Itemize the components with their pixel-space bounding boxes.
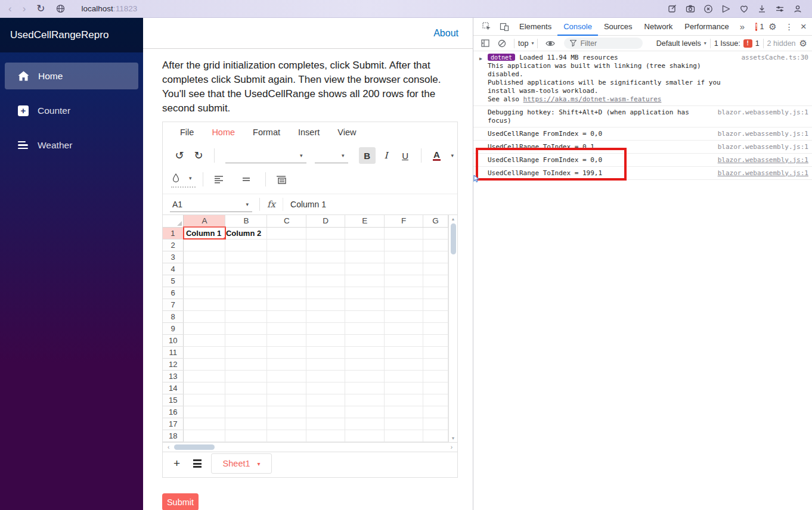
cell-F4[interactable]	[385, 263, 423, 275]
cell-G11[interactable]	[423, 346, 448, 358]
cell-D6[interactable]	[306, 287, 345, 298]
cell-E14[interactable]	[345, 382, 385, 394]
cell-A2[interactable]	[184, 239, 225, 251]
cell-A7[interactable]	[184, 298, 225, 310]
cell-G2[interactable]	[423, 239, 448, 251]
sheet-tab[interactable]: Sheet1 ▾	[211, 453, 272, 474]
console-source-link[interactable]: blazor.webassembly.js:1	[718, 156, 808, 164]
italic-button[interactable]: I	[378, 147, 395, 164]
cell-D8[interactable]	[306, 310, 345, 322]
cell-B10[interactable]	[225, 334, 267, 346]
underline-button[interactable]: U	[397, 147, 414, 164]
cell-B5[interactable]	[225, 275, 267, 287]
console-source-link[interactable]: blazor.webassembly.js:1	[718, 143, 808, 151]
eye-icon[interactable]	[541, 40, 559, 47]
row-header-7[interactable]: 7	[163, 298, 184, 310]
cell-G17[interactable]	[423, 418, 448, 430]
hidden-messages-label[interactable]: 2 hidden	[767, 39, 796, 48]
cell-B11[interactable]	[225, 346, 267, 358]
cell-A11[interactable]	[184, 346, 225, 358]
cell-B9[interactable]	[225, 322, 267, 334]
cell-F11[interactable]	[385, 346, 423, 358]
row-header-12[interactable]: 12	[163, 358, 184, 370]
issues-counter[interactable]: 1 Issue: ! 1	[714, 39, 760, 48]
cell-E18[interactable]	[345, 430, 385, 441]
column-header-E[interactable]: E	[345, 215, 385, 227]
sidebar-item-home[interactable]: Home	[5, 63, 138, 89]
undo-icon[interactable]: ↺	[171, 147, 188, 164]
cell-A4[interactable]	[184, 263, 225, 275]
address-bar[interactable]: localhost:11823	[82, 4, 138, 13]
cell-F3[interactable]	[385, 251, 423, 263]
fill-color-button[interactable]: ▾	[171, 171, 196, 188]
vertical-scrollbar[interactable]: ▲ ▼	[448, 215, 457, 442]
cell-F2[interactable]	[385, 239, 423, 251]
row-header-5[interactable]: 5	[163, 275, 184, 287]
edit-icon[interactable]	[668, 4, 677, 14]
sheet-list-icon[interactable]	[193, 459, 202, 468]
levels-selector[interactable]: Default levels ▾	[656, 39, 706, 48]
cell-A5[interactable]	[184, 275, 225, 287]
cell-E11[interactable]	[345, 346, 385, 358]
cell-E10[interactable]	[345, 334, 385, 346]
chevron-down-icon[interactable]: ▾	[447, 153, 457, 158]
cell-E6[interactable]	[345, 287, 385, 298]
kebab-menu-icon[interactable]: ⋮	[782, 22, 797, 32]
cell-C12[interactable]	[267, 358, 306, 370]
cell-A14[interactable]	[184, 382, 225, 394]
cell-B17[interactable]	[225, 418, 267, 430]
cell-G15[interactable]	[423, 394, 448, 406]
cell-A10[interactable]	[184, 334, 225, 346]
row-header-10[interactable]: 10	[163, 334, 184, 346]
cell-B12[interactable]	[225, 358, 267, 370]
row-header-6[interactable]: 6	[163, 287, 184, 298]
scroll-left-icon[interactable]: ‹	[165, 444, 172, 450]
cell-C10[interactable]	[267, 334, 306, 346]
sidebar-item-weather[interactable]: Weather	[5, 132, 138, 158]
cell-D18[interactable]	[306, 430, 345, 441]
cell-G1[interactable]	[423, 227, 448, 239]
cell-A16[interactable]	[184, 406, 225, 418]
cell-E17[interactable]	[345, 418, 385, 430]
gear-icon[interactable]: ⚙	[764, 21, 781, 32]
fill-handle[interactable]	[223, 237, 225, 239]
tab-elements[interactable]: Elements	[513, 18, 557, 36]
cell-F6[interactable]	[385, 287, 423, 298]
about-link[interactable]: About	[433, 28, 458, 39]
cell-G12[interactable]	[423, 358, 448, 370]
cell-A15[interactable]	[184, 394, 225, 406]
cell-A3[interactable]	[184, 251, 225, 263]
row-header-3[interactable]: 3	[163, 251, 184, 263]
row-header-17[interactable]: 17	[163, 418, 184, 430]
cell-D7[interactable]	[306, 298, 345, 310]
cell-F14[interactable]	[385, 382, 423, 394]
console-source-link[interactable]: blazor.webassembly.js:1	[718, 169, 808, 178]
cell-B16[interactable]	[225, 406, 267, 418]
vertical-align-button[interactable]	[238, 171, 255, 188]
cell-D5[interactable]	[306, 275, 345, 287]
cell-B4[interactable]	[225, 263, 267, 275]
scroll-up-icon[interactable]: ▲	[451, 215, 455, 223]
cell-C9[interactable]	[267, 322, 306, 334]
cell-E4[interactable]	[345, 263, 385, 275]
cell-B18[interactable]	[225, 430, 267, 441]
cell-B14[interactable]	[225, 382, 267, 394]
wrap-text-button[interactable]	[273, 171, 290, 188]
cell-C14[interactable]	[267, 382, 306, 394]
cell-D12[interactable]	[306, 358, 345, 370]
cell-E13[interactable]	[345, 370, 385, 382]
send-icon[interactable]	[721, 4, 731, 14]
menu-file[interactable]: File	[171, 128, 203, 137]
cell-D16[interactable]	[306, 406, 345, 418]
cell-B3[interactable]	[225, 251, 267, 263]
cell-D14[interactable]	[306, 382, 345, 394]
error-badge-icon[interactable]: !	[755, 23, 757, 31]
menu-view[interactable]: View	[328, 128, 365, 137]
sliders-icon[interactable]	[775, 4, 785, 14]
cell-D15[interactable]	[306, 394, 345, 406]
cell-F13[interactable]	[385, 370, 423, 382]
column-header-F[interactable]: F	[385, 215, 423, 227]
inspect-icon[interactable]	[478, 22, 495, 31]
row-header-9[interactable]: 9	[163, 322, 184, 334]
column-header-C[interactable]: C	[267, 215, 306, 227]
